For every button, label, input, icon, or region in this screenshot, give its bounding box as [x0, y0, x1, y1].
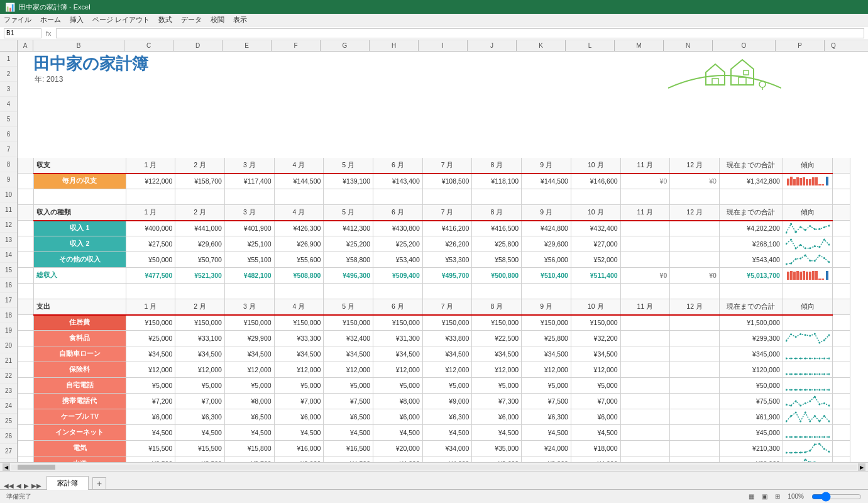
title-bar-text: 田中家の家計簿 - Excel — [19, 3, 91, 12]
title-area: 田中家の家計簿 年: 2013 — [33, 55, 148, 85]
spreadsheet-table: 収支1 月2 月3 月4 月5 月6 月7 月8 月9 月10 月11 月12 … — [18, 108, 850, 462]
svg-rect-4 — [744, 70, 749, 75]
row-num-8: 8 — [0, 157, 17, 172]
row-num-16: 16 — [0, 278, 17, 293]
table-row — [18, 109, 850, 125]
table-row: 収入の種類1 月2 月3 月4 月5 月6 月7 月8 月9 月10 月11 月… — [18, 205, 850, 221]
scroll-right-btn[interactable]: ▶ — [858, 463, 865, 471]
status-bar: 準備完了 ▦ ▣ ⊞ 100% — [0, 489, 868, 503]
row-num-13: 13 — [0, 233, 17, 248]
zoom-level: 100% — [788, 493, 804, 500]
add-sheet-btn[interactable]: + — [92, 477, 106, 490]
view-break-btn[interactable]: ⊞ — [775, 493, 780, 500]
svg-rect-3 — [739, 77, 746, 85]
col-header-K[interactable]: K — [517, 40, 566, 51]
row-num-11: 11 — [0, 202, 17, 218]
table-row: 水道¥3,500¥3,500¥3,700¥3,900¥4,500¥4,200¥4… — [18, 456, 850, 463]
col-header-C[interactable]: C — [124, 40, 173, 51]
tab-file[interactable]: ファイル — [4, 15, 31, 25]
tab-pagelayout[interactable]: ページ レイアウト — [92, 15, 150, 25]
tab-nav-first[interactable]: ◀◀ — [4, 482, 14, 489]
col-header-B[interactable]: B — [33, 40, 124, 51]
row-num-24: 24 — [0, 399, 17, 414]
table-row: 自宅電話¥5,000¥5,000¥5,000¥5,000¥5,000¥5,000… — [18, 378, 850, 394]
tab-nav-prev[interactable]: ◀ — [16, 482, 21, 489]
app-window: 📊 田中家の家計簿 - Excel ファイル ホーム 挿入 ページ レイアウト … — [0, 0, 868, 503]
col-header-J[interactable]: J — [468, 40, 517, 51]
scroll-thumb[interactable] — [18, 465, 55, 470]
col-header-I[interactable]: I — [419, 40, 468, 51]
tab-data[interactable]: データ — [181, 15, 202, 25]
row-num-21: 21 — [0, 353, 17, 368]
svg-rect-2 — [712, 79, 718, 85]
row-numbers: 1234567891011121314151617181920212223242… — [0, 52, 18, 462]
sheet-content: 田中家の家計簿 年: 2013 — [18, 52, 868, 462]
row-num-27: 27 — [0, 444, 17, 459]
table-row — [18, 284, 850, 299]
ribbon-tabs: ファイル ホーム 挿入 ページ レイアウト 数式 データ 校閲 表示 — [0, 14, 868, 26]
table-row — [18, 141, 850, 158]
rows-area: 1234567891011121314151617181920212223242… — [0, 52, 868, 462]
table-row: 住居費¥150,000¥150,000¥150,000¥150,000¥150,… — [18, 315, 850, 331]
col-header-F[interactable]: F — [272, 40, 321, 51]
col-header-O[interactable]: O — [713, 40, 776, 51]
tab-nav-next[interactable]: ▶ — [24, 482, 29, 489]
table-row: 毎月の収支¥122,000¥158,700¥117,400¥144,500¥13… — [18, 174, 850, 189]
row-num-25: 25 — [0, 414, 17, 429]
col-header-M[interactable]: M — [615, 40, 664, 51]
tab-view[interactable]: 表示 — [233, 15, 247, 25]
row-num-26: 26 — [0, 429, 17, 444]
nav-arrows: ◀◀ ◀ ▶ ▶▶ — [4, 482, 41, 489]
table-row: 支出1 月2 月3 月4 月5 月6 月7 月8 月9 月10 月11 月12 … — [18, 299, 850, 315]
scroll-left-btn[interactable]: ◀ — [3, 463, 10, 471]
horizontal-scrollbar[interactable]: ◀ ▶ — [0, 462, 868, 472]
tab-home[interactable]: ホーム — [40, 15, 61, 25]
formula-input[interactable] — [56, 28, 864, 38]
tab-nav-last[interactable]: ▶▶ — [31, 482, 41, 489]
row-num-17: 17 — [0, 293, 17, 308]
table-row: その他の収入¥50,000¥50,700¥55,100¥55,600¥58,80… — [18, 252, 850, 268]
scroll-track[interactable] — [11, 465, 857, 470]
tab-insert[interactable]: 挿入 — [70, 15, 84, 25]
sheet-canvas: 田中家の家計簿 年: 2013 — [18, 52, 850, 462]
col-header-D[interactable]: D — [173, 40, 222, 51]
table-row: 収入 2¥27,500¥29,600¥25,100¥26,900¥25,200¥… — [18, 236, 850, 252]
grid-area: A B C D E F G H I J K L M N O P Q 123456… — [0, 40, 868, 462]
tab-formulas[interactable]: 数式 — [158, 15, 172, 25]
col-header-P[interactable]: P — [776, 40, 825, 51]
row-num-10: 10 — [0, 187, 17, 202]
row-num-1: 1 — [0, 52, 17, 67]
row-num-14: 14 — [0, 248, 17, 263]
table-row: インターネット¥4,500¥4,500¥4,500¥4,500¥4,500¥4,… — [18, 425, 850, 441]
tab-bar: ◀◀ ◀ ▶ ▶▶ 家計簿 + — [0, 472, 868, 489]
sheet-year: 年: 2013 — [35, 74, 148, 85]
row-num-2: 2 — [0, 67, 17, 82]
svg-point-5 — [759, 81, 766, 87]
sheet-tab-kakeibo[interactable]: 家計簿 — [47, 476, 89, 490]
row-num-20: 20 — [0, 338, 17, 353]
row-num-3: 3 — [0, 82, 17, 97]
row-num-15: 15 — [0, 263, 17, 278]
col-header-A[interactable]: A — [18, 40, 33, 51]
row-num-19: 19 — [0, 323, 17, 338]
col-header-N[interactable]: N — [664, 40, 713, 51]
col-header-H[interactable]: H — [370, 40, 419, 51]
status-right: ▦ ▣ ⊞ 100% — [749, 493, 862, 500]
col-header-L[interactable]: L — [566, 40, 615, 51]
svg-marker-1 — [731, 60, 754, 85]
sheet-title: 田中家の家計簿 — [33, 55, 148, 73]
table-row: 総収入¥477,500¥521,300¥482,100¥508,800¥496,… — [18, 268, 850, 284]
cell-reference[interactable]: B1 — [4, 28, 41, 38]
excel-icon: 📊 — [5, 3, 15, 12]
col-header-Q[interactable]: Q — [825, 40, 842, 51]
tab-review[interactable]: 校閲 — [211, 15, 224, 25]
table-row: 電気¥15,500¥15,500¥15,800¥16,000¥16,500¥20… — [18, 441, 850, 456]
row-num-7: 7 — [0, 142, 17, 157]
zoom-slider[interactable] — [811, 493, 862, 500]
view-normal-btn[interactable]: ▦ — [749, 493, 754, 500]
view-layout-btn[interactable]: ▣ — [762, 493, 767, 500]
col-header-G[interactable]: G — [321, 40, 370, 51]
row-num-6: 6 — [0, 127, 17, 142]
table-row: ケーブル TV¥6,000¥6,300¥6,500¥6,000¥6,500¥6,… — [18, 409, 850, 425]
col-header-E[interactable]: E — [222, 40, 272, 51]
